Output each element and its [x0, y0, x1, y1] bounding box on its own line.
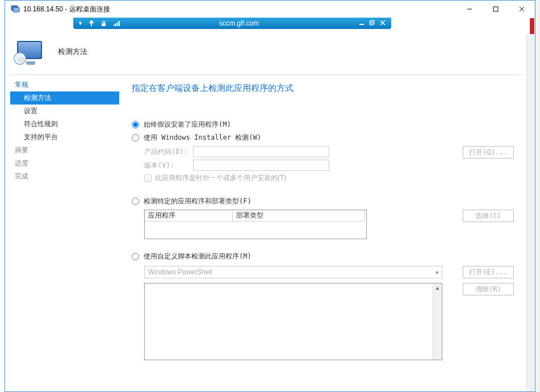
opt-msi-radio[interactable]	[132, 134, 139, 141]
close-button[interactable]	[509, 1, 535, 18]
conn-restore-icon[interactable]	[369, 20, 375, 27]
wizard-content: 指定在客户端设备上检测此应用程序的方式 始终假设安装了应用程序(M) 使用 Wi…	[119, 75, 522, 391]
product-code-input	[193, 146, 329, 157]
conn-bar-host: sccm.glf.com	[125, 19, 353, 27]
col-dep: 部署类型	[233, 210, 365, 222]
wizard-header-icon	[16, 37, 44, 66]
svg-rect-6	[102, 23, 106, 26]
wizard-body: 常规检测方法设置符合性规则支持的平台摘要进度完成 指定在客户端设备上检测此应用程…	[10, 74, 522, 391]
rdp-title: 10.168.14.50 - 远程桌面连接	[23, 5, 110, 14]
wizard-header-title: 检测方法	[58, 47, 87, 57]
script-language-value: Windows PowerShell	[148, 268, 212, 276]
signal-icon	[112, 19, 120, 27]
opt-always-installed-radio[interactable]	[132, 121, 139, 128]
product-code-label: 产品代码(D):	[144, 147, 189, 157]
lock-icon	[100, 19, 108, 27]
red-ribbon-strip	[530, 18, 534, 34]
script-clear-button: 清除(R)	[463, 283, 514, 295]
opt-msi-label[interactable]: 使用 Windows Installer 检测(W)	[144, 133, 261, 143]
per-user-checkbox	[144, 174, 152, 182]
nav-item[interactable]: 完成	[10, 170, 119, 183]
appdep-listbox: 应用程序 部署类型	[144, 210, 367, 239]
right-scrollbar[interactable]	[526, 35, 534, 391]
version-input	[193, 160, 329, 171]
opt-msi-row: 使用 Windows Installer 检测(W)	[132, 133, 518, 143]
msi-open-button: 打开(O)...	[463, 146, 514, 159]
col-app: 应用程序	[145, 210, 233, 222]
svg-rect-9	[117, 22, 118, 26]
rdp-titlebar: 10.168.14.50 - 远程桌面连接	[5, 1, 535, 18]
nav-item[interactable]: 检测方法	[10, 91, 119, 105]
chevron-down-icon: ▾	[436, 269, 438, 276]
svg-rect-1	[13, 7, 19, 12]
nav-item[interactable]: 进度	[10, 157, 119, 170]
opt-always-installed-label[interactable]: 始终假设安装了应用程序(M)	[144, 120, 231, 130]
wizard-panel: 检测方法 常规检测方法设置符合性规则支持的平台摘要进度完成 指定在客户端设备上检…	[10, 29, 522, 391]
svg-rect-12	[370, 22, 373, 25]
opt-msi-subpanel: 产品代码(D): 打开(O)... 版本(V): 此应用程序是针对一个或多个用户…	[144, 146, 518, 183]
script-textbox: ▲	[144, 283, 442, 360]
opt-always-installed-row: 始终假设安装了应用程序(M)	[132, 120, 518, 130]
svg-rect-3	[493, 7, 498, 11]
maximize-button[interactable]	[483, 1, 509, 18]
pin-icon[interactable]	[87, 19, 95, 27]
appdep-select-button: 选择(C)	[463, 210, 514, 222]
opt-script-row: 使用自定义脚本检测此应用程序(M)	[132, 252, 518, 261]
scroll-up-icon[interactable]: ▲	[433, 283, 442, 293]
version-label: 版本(V):	[144, 161, 189, 170]
rdp-icon	[11, 5, 20, 14]
conn-bar-left: ▼	[73, 19, 125, 27]
rdp-connection-bar[interactable]: ▼ sccm.glf.com	[73, 18, 391, 29]
nav-item[interactable]: 支持的平台	[10, 131, 119, 144]
script-scrollbar[interactable]: ▲	[433, 283, 442, 360]
opt-appdep-radio[interactable]	[132, 198, 139, 205]
opt-appdep-row: 检测特定的应用程序和部署类型(F)	[132, 197, 518, 206]
nav-item[interactable]: 常规	[10, 78, 119, 91]
nav-item[interactable]: 符合性规则	[10, 118, 119, 131]
svg-rect-7	[114, 24, 115, 26]
conn-bar-right	[353, 20, 391, 27]
conn-minimize-icon[interactable]	[359, 20, 365, 27]
opt-script-radio[interactable]	[132, 253, 139, 260]
svg-rect-13	[371, 20, 374, 24]
opt-appdep-label[interactable]: 检测特定的应用程序和部署类型(F)	[144, 197, 252, 206]
svg-rect-8	[115, 23, 116, 26]
nav-item[interactable]: 摘要	[10, 144, 119, 157]
opt-script-label[interactable]: 使用自定义脚本检测此应用程序(M)	[144, 252, 252, 261]
wizard-header: 检测方法	[10, 29, 522, 74]
script-language-select: Windows PowerShell ▾	[144, 266, 442, 278]
per-user-label: 此应用程序是针对一个或多个用户安装的(T)	[155, 173, 286, 183]
conn-close-icon[interactable]	[380, 20, 386, 27]
minimize-button[interactable]	[457, 1, 483, 18]
svg-rect-10	[119, 21, 120, 26]
rdp-system-buttons	[457, 1, 535, 18]
nav-item[interactable]: 设置	[10, 105, 119, 118]
background-cropped-strip	[0, 0, 5, 392]
rdp-window: 10.168.14.50 - 远程桌面连接 ▼ sccm.glf.com	[5, 0, 535, 392]
script-open-button: 打开(E)...	[463, 266, 514, 278]
wizard-nav: 常规检测方法设置符合性规则支持的平台摘要进度完成	[10, 75, 119, 391]
content-heading: 指定在客户端设备上检测此应用程序的方式	[132, 83, 518, 94]
